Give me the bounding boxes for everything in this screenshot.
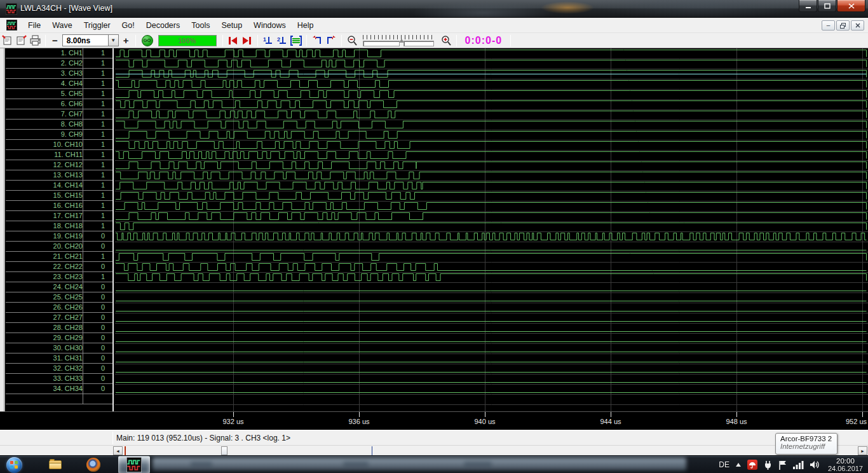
channel-row-29[interactable]: 29. CH290 (6, 333, 112, 343)
zoom-in-button[interactable] (439, 34, 453, 47)
channel-row-8[interactable]: 8. CH81 (6, 120, 112, 130)
channel-row-33[interactable]: 33. CH330 (6, 374, 112, 384)
axis-tick (736, 412, 737, 417)
menu-item-windows[interactable]: Windows (248, 19, 292, 32)
zoom-slider-track-left[interactable] (363, 41, 400, 46)
network-signal-icon[interactable] (793, 460, 804, 469)
channel-row-1[interactable]: 1. CH11 (6, 48, 112, 58)
channel-row-30[interactable]: 30. CH300 (6, 343, 112, 353)
channel-row-34[interactable]: 34. CH340 (6, 384, 112, 394)
status-bar: Main: 119 013 (952.10us) - Signal: 3 . C… (0, 430, 868, 445)
firefox-taskbar-icon[interactable] (84, 458, 103, 472)
zoom-out-timebase-button[interactable]: − (49, 35, 61, 46)
channel-row-14[interactable]: 14. CH141 (6, 181, 112, 191)
mdi-close-button[interactable] (851, 20, 864, 31)
language-indicator[interactable]: DE (719, 460, 729, 469)
channel-row-25[interactable]: 25. CH250 (6, 292, 112, 303)
menu-item-tools[interactable]: Tools (186, 19, 215, 32)
volume-icon[interactable] (810, 460, 820, 469)
menu-item-go[interactable]: Go! (116, 19, 140, 32)
cursor-2-button[interactable]: 2 (275, 34, 289, 47)
channel-row-31[interactable]: 31. CH310 (6, 353, 112, 364)
channel-row-26[interactable]: 26. CH260 (6, 303, 112, 313)
print-button[interactable] (28, 34, 42, 47)
channel-label: 11. CH11 (6, 150, 83, 160)
channel-row-28[interactable]: 28. CH280 (6, 323, 112, 333)
channel-value: 0 (83, 242, 112, 251)
channel-row-19[interactable]: 19. CH190 (6, 231, 112, 242)
channel-row-11[interactable]: 11. CH111 (6, 150, 112, 160)
channel-row-2[interactable]: 2. CH21 (6, 58, 112, 69)
channel-row-27[interactable]: 27. CH270 (6, 313, 112, 323)
menu-item-file[interactable]: File (22, 19, 46, 32)
scroll-left-button[interactable]: ◄ (113, 446, 123, 455)
channel-row-6[interactable]: 6. CH61 (6, 99, 112, 109)
channel-row-18[interactable]: 18. CH181 (6, 221, 112, 231)
cursor-position-marker (372, 446, 372, 455)
channel-row-21[interactable]: 21. CH211 (6, 252, 112, 262)
mdi-minimize-button[interactable]: – (822, 20, 835, 31)
channel-row-16[interactable]: 16. CH161 (6, 201, 112, 211)
clock[interactable]: 20:00 24.06.2017 (828, 457, 863, 472)
timebase-dropdown-arrow-icon[interactable]: ▼ (108, 34, 119, 46)
channel-row-22[interactable]: 22. CH220 (6, 262, 112, 272)
previous-edge-button[interactable] (310, 34, 324, 47)
channel-row-13[interactable]: 13. CH131 (6, 170, 112, 181)
channel-row-7[interactable]: 7. CH71 (6, 109, 112, 120)
channel-row-20[interactable]: 20. CH200 (6, 242, 112, 252)
jump-to-start-button[interactable] (226, 34, 240, 47)
channel-label: 6. CH6 (6, 99, 83, 109)
start-button[interactable] (6, 457, 22, 473)
minimize-button[interactable] (799, 0, 817, 12)
waveform-canvas[interactable] (114, 48, 868, 412)
avira-antivirus-icon[interactable] (747, 460, 757, 470)
channel-row-10[interactable]: 10. CH101 (6, 140, 112, 150)
menu-item-wave[interactable]: Wave (46, 19, 78, 32)
timebase-combobox[interactable]: 8.00ns ▼ (62, 34, 119, 46)
power-plug-icon[interactable] (763, 460, 773, 470)
menu-item-help[interactable]: Help (292, 19, 320, 32)
channel-row-23[interactable]: 23. CH231 (6, 272, 112, 282)
scrollbar-thumb[interactable] (221, 446, 227, 455)
next-edge-button[interactable] (324, 34, 338, 47)
horizontal-scrollbar[interactable]: ◄ ► (0, 445, 868, 455)
import-file-button[interactable] (0, 34, 14, 47)
channel-row-17[interactable]: 17. CH171 (6, 211, 112, 221)
timebase-value[interactable]: 8.00ns (62, 34, 108, 46)
menu-item-triggler[interactable]: Triggler (78, 19, 116, 32)
menu-item-setup[interactable]: Setup (215, 19, 248, 32)
scroll-right-button[interactable]: ► (858, 446, 867, 455)
axis-tick (359, 412, 360, 417)
channel-row-24[interactable]: 24. CH240 (6, 282, 112, 292)
action-center-flag-icon[interactable] (778, 460, 787, 470)
mdi-restore-button[interactable] (836, 20, 850, 31)
channel-label: 26. CH26 (6, 303, 83, 312)
explorer-taskbar-icon[interactable] (46, 458, 65, 472)
channel-value: 1 (83, 109, 112, 119)
channel-value: 1 (83, 191, 112, 200)
menu-item-decoders[interactable]: Decoders (140, 19, 186, 32)
channel-row-4[interactable]: 4. CH41 (6, 79, 112, 89)
export-file-button[interactable] (14, 34, 28, 47)
zoom-slider[interactable] (362, 34, 437, 47)
zoom-to-cursors-button[interactable] (289, 34, 303, 47)
channel-value: 0 (83, 343, 112, 353)
zoom-in-timebase-button[interactable]: + (120, 35, 132, 46)
channel-row-5[interactable]: 5. CH51 (6, 89, 112, 99)
channel-row-3[interactable]: 3. CH31 (6, 69, 112, 79)
channel-label: 23. CH23 (6, 272, 83, 282)
lwla-taskbar-button[interactable] (118, 456, 150, 473)
zoom-out-button[interactable] (345, 34, 359, 47)
channel-row-9[interactable]: 9. CH91 (6, 130, 112, 140)
channel-row-32[interactable]: 32. CH320 (6, 364, 112, 374)
channel-value: 1 (83, 99, 112, 109)
zoom-slider-track-right[interactable] (403, 41, 434, 46)
channel-row-15[interactable]: 15. CH151 (6, 191, 112, 201)
go-button[interactable]: GO (142, 35, 153, 46)
show-hidden-icons-button[interactable] (735, 462, 742, 467)
jump-to-end-button[interactable] (240, 34, 254, 47)
maximize-button[interactable] (818, 0, 836, 12)
channel-row-12[interactable]: 12. CH121 (6, 160, 112, 170)
close-button[interactable] (837, 0, 865, 12)
cursor-1-button[interactable]: 1 (261, 34, 275, 47)
